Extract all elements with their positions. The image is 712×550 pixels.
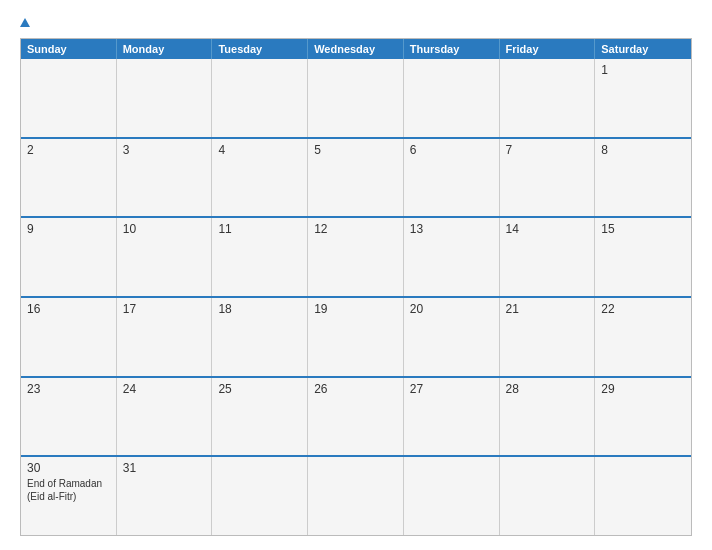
cal-cell: 28 — [500, 378, 596, 456]
weekday-header-friday: Friday — [500, 39, 596, 59]
cal-cell: 25 — [212, 378, 308, 456]
cal-cell: 5 — [308, 139, 404, 217]
weekday-header-wednesday: Wednesday — [308, 39, 404, 59]
cal-cell: 12 — [308, 218, 404, 296]
day-number: 15 — [601, 222, 685, 236]
cal-cell: 27 — [404, 378, 500, 456]
day-number: 20 — [410, 302, 493, 316]
cal-cell: 18 — [212, 298, 308, 376]
day-number: 10 — [123, 222, 206, 236]
cal-cell: 6 — [404, 139, 500, 217]
cal-cell: 19 — [308, 298, 404, 376]
cal-cell — [404, 457, 500, 535]
calendar-row-3: 16171819202122 — [21, 296, 691, 376]
day-number: 26 — [314, 382, 397, 396]
cal-cell: 29 — [595, 378, 691, 456]
cal-cell: 16 — [21, 298, 117, 376]
day-number: 2 — [27, 143, 110, 157]
cal-cell: 14 — [500, 218, 596, 296]
cal-cell: 31 — [117, 457, 213, 535]
day-number: 30 — [27, 461, 110, 475]
cal-cell — [500, 457, 596, 535]
day-number: 9 — [27, 222, 110, 236]
cal-cell: 3 — [117, 139, 213, 217]
cal-cell: 1 — [595, 59, 691, 137]
calendar-row-5: 30End of Ramadan (Eid al-Fitr)31 — [21, 455, 691, 535]
calendar-page: SundayMondayTuesdayWednesdayThursdayFrid… — [0, 0, 712, 550]
day-number: 11 — [218, 222, 301, 236]
day-number: 5 — [314, 143, 397, 157]
day-number: 19 — [314, 302, 397, 316]
weekday-header-tuesday: Tuesday — [212, 39, 308, 59]
calendar-row-2: 9101112131415 — [21, 216, 691, 296]
day-number: 8 — [601, 143, 685, 157]
day-number: 27 — [410, 382, 493, 396]
cal-cell — [500, 59, 596, 137]
cal-cell — [21, 59, 117, 137]
day-number: 21 — [506, 302, 589, 316]
day-number: 18 — [218, 302, 301, 316]
cal-cell: 2 — [21, 139, 117, 217]
cal-cell: 22 — [595, 298, 691, 376]
day-number: 24 — [123, 382, 206, 396]
day-number: 17 — [123, 302, 206, 316]
cal-cell: 7 — [500, 139, 596, 217]
cal-cell: 4 — [212, 139, 308, 217]
day-number: 3 — [123, 143, 206, 157]
calendar-row-1: 2345678 — [21, 137, 691, 217]
logo-triangle-icon — [20, 18, 30, 27]
cal-cell: 13 — [404, 218, 500, 296]
cal-cell: 30End of Ramadan (Eid al-Fitr) — [21, 457, 117, 535]
cal-cell: 23 — [21, 378, 117, 456]
weekday-header-thursday: Thursday — [404, 39, 500, 59]
calendar-header-row: SundayMondayTuesdayWednesdayThursdayFrid… — [21, 39, 691, 59]
calendar-row-0: 1 — [21, 59, 691, 137]
day-number: 16 — [27, 302, 110, 316]
cal-cell: 15 — [595, 218, 691, 296]
weekday-header-monday: Monday — [117, 39, 213, 59]
calendar-body: 1234567891011121314151617181920212223242… — [21, 59, 691, 535]
calendar-grid: SundayMondayTuesdayWednesdayThursdayFrid… — [20, 38, 692, 536]
cal-cell — [595, 457, 691, 535]
cal-cell: 17 — [117, 298, 213, 376]
day-number: 23 — [27, 382, 110, 396]
page-header — [20, 18, 692, 28]
cal-cell: 21 — [500, 298, 596, 376]
day-number: 1 — [601, 63, 685, 77]
logo — [20, 18, 32, 28]
calendar-event: End of Ramadan (Eid al-Fitr) — [27, 477, 110, 503]
cal-cell: 24 — [117, 378, 213, 456]
logo-blue-text — [20, 18, 32, 28]
calendar-row-4: 23242526272829 — [21, 376, 691, 456]
day-number: 14 — [506, 222, 589, 236]
day-number: 4 — [218, 143, 301, 157]
weekday-header-saturday: Saturday — [595, 39, 691, 59]
cal-cell: 9 — [21, 218, 117, 296]
day-number: 7 — [506, 143, 589, 157]
cal-cell — [212, 59, 308, 137]
cal-cell: 11 — [212, 218, 308, 296]
cal-cell: 26 — [308, 378, 404, 456]
cal-cell — [404, 59, 500, 137]
cal-cell — [212, 457, 308, 535]
day-number: 29 — [601, 382, 685, 396]
cal-cell: 20 — [404, 298, 500, 376]
cal-cell — [308, 457, 404, 535]
day-number: 22 — [601, 302, 685, 316]
day-number: 6 — [410, 143, 493, 157]
cal-cell: 10 — [117, 218, 213, 296]
day-number: 13 — [410, 222, 493, 236]
day-number: 31 — [123, 461, 206, 475]
cal-cell — [117, 59, 213, 137]
day-number: 12 — [314, 222, 397, 236]
day-number: 28 — [506, 382, 589, 396]
cal-cell — [308, 59, 404, 137]
day-number: 25 — [218, 382, 301, 396]
weekday-header-sunday: Sunday — [21, 39, 117, 59]
cal-cell: 8 — [595, 139, 691, 217]
